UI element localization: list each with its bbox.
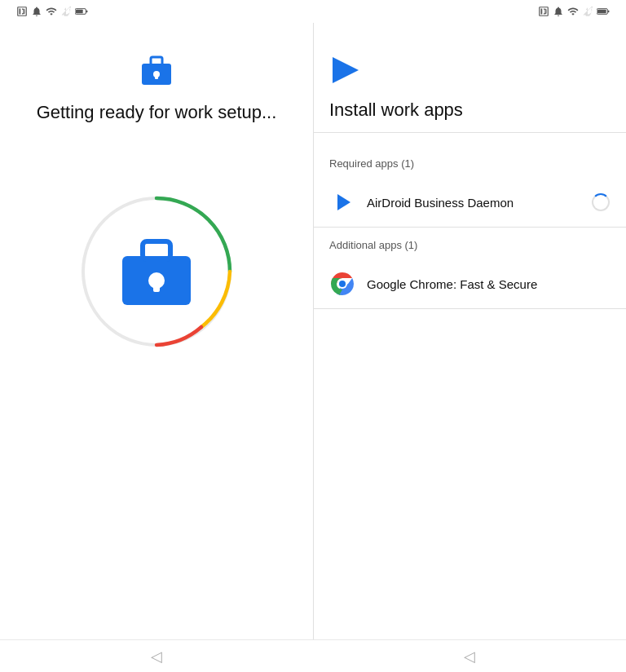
chrome-app-name: Google Chrome: Fast & Secure <box>367 277 610 291</box>
mute-icon-left <box>31 6 42 17</box>
svg-rect-1 <box>76 10 83 14</box>
nfc-icon-right <box>538 6 549 17</box>
airdroid-icon-container <box>329 189 355 215</box>
svg-point-19 <box>339 281 346 287</box>
svg-rect-9 <box>155 74 158 79</box>
chrome-app-row: Google Chrome: Fast & Secure <box>313 259 626 309</box>
bottom-nav: ◁ ◁ <box>0 639 626 672</box>
back-button-right[interactable]: ◁ <box>431 641 508 672</box>
install-work-apps-title: Install work apps <box>313 99 626 133</box>
panel-divider <box>313 23 314 639</box>
svg-rect-14 <box>153 281 160 292</box>
battery-icon-right <box>597 7 610 16</box>
status-icons-left <box>16 6 88 17</box>
spinner-container <box>75 190 238 353</box>
signal-off-icon-right <box>582 6 593 17</box>
chrome-app-icon <box>331 272 354 295</box>
setup-title: Getting ready for work setup... <box>12 101 302 125</box>
svg-rect-2 <box>86 11 88 13</box>
svg-rect-7 <box>151 57 162 65</box>
svg-rect-5 <box>608 11 610 13</box>
airdroid-app-name: AirDroid Business Daemon <box>367 196 592 210</box>
airdroid-app-icon <box>331 191 354 214</box>
svg-marker-15 <box>333 57 359 83</box>
play-store-icon <box>329 55 362 85</box>
chrome-icon-container <box>329 271 355 297</box>
airdroid-app-row: AirDroid Business Daemon <box>313 178 626 228</box>
signal-off-icon-left <box>60 6 72 17</box>
top-briefcase-icon <box>140 55 173 85</box>
wifi-icon-right <box>567 6 579 17</box>
additional-apps-label: Additional apps (1) <box>313 228 626 259</box>
mute-icon-right <box>553 6 564 17</box>
center-briefcase-icon <box>120 238 193 305</box>
required-apps-label: Required apps (1) <box>313 146 626 178</box>
status-icons-right <box>538 6 610 17</box>
svg-marker-16 <box>337 194 350 210</box>
right-panel: Install work apps Required apps (1) AirD… <box>313 23 626 639</box>
nfc-icon-left <box>16 6 28 17</box>
status-bar <box>0 0 626 23</box>
back-button-left[interactable]: ◁ <box>118 641 195 672</box>
svg-rect-4 <box>597 10 606 14</box>
wifi-icon-left <box>46 6 57 17</box>
battery-icon-left <box>75 7 88 16</box>
airdroid-loading-spinner <box>592 193 610 211</box>
left-panel: Getting ready for work setup... <box>0 23 313 639</box>
